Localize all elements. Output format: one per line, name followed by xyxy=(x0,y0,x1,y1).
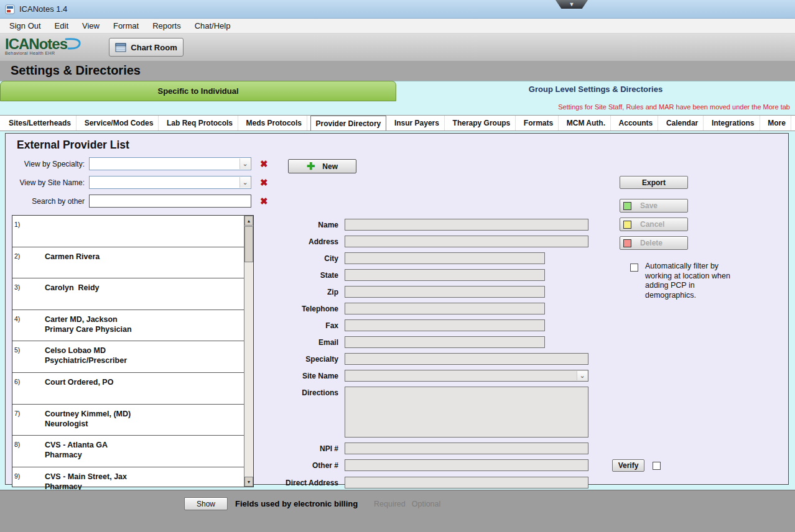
provider-list-item[interactable]: 8)CVS - Atlanta GAPharmacy xyxy=(12,440,244,467)
field-input-email[interactable] xyxy=(345,336,545,348)
provider-list-item[interactable]: 4)Carter MD, JacksonPrimary Care Physici… xyxy=(12,314,244,342)
menu-item-view[interactable]: View xyxy=(75,19,106,32)
provider-name: CVS - Atlanta GA xyxy=(45,440,244,450)
show-button[interactable]: Show xyxy=(184,497,228,510)
provider-list-item[interactable]: 7)Courtney Kimmel, (MD)Neurologist xyxy=(12,409,244,436)
field-label-specialty: Specialty xyxy=(281,353,345,364)
scroll-up-icon[interactable]: ▲ xyxy=(244,216,253,226)
form-row-city: City xyxy=(281,252,692,264)
tab-accounts[interactable]: Accounts xyxy=(614,116,659,131)
filter-dropdown-view-by-site-name[interactable]: ⌄ xyxy=(89,176,251,189)
provider-name: Court Ordered, PO xyxy=(45,377,244,387)
clear-filter-icon[interactable]: ✖ xyxy=(260,158,268,170)
provider-subtitle: Primary Care Physician xyxy=(45,324,244,334)
save-button[interactable]: Save xyxy=(620,199,688,213)
field-dropdown-site-name[interactable]: ⌄ xyxy=(345,370,588,382)
form-row-fax: Fax xyxy=(281,319,692,331)
field-input-name[interactable] xyxy=(345,219,588,231)
export-button[interactable]: Export xyxy=(620,176,688,189)
field-input-telephone[interactable] xyxy=(345,303,545,314)
export-button-label: Export xyxy=(642,178,666,187)
show-button-label: Show xyxy=(197,500,215,508)
provider-list-item[interactable]: 1) xyxy=(12,220,244,247)
field-input-specialty[interactable] xyxy=(345,353,588,365)
tab-formats[interactable]: Formats xyxy=(519,116,559,131)
field-input-zip[interactable] xyxy=(345,286,545,298)
tab-mcm-auth[interactable]: MCM Auth. xyxy=(562,116,611,131)
field-input-npi[interactable] xyxy=(345,443,588,454)
field-input-fax[interactable] xyxy=(345,319,545,331)
provider-subtitle: Pharmacy xyxy=(45,450,244,460)
tab-therapy-groups[interactable]: Therapy Groups xyxy=(448,116,516,131)
moved-settings-notice: Settings for Site Staff, Rules and MAR h… xyxy=(558,103,790,111)
filter-input-search-by-other[interactable] xyxy=(89,195,251,208)
menu-item-format[interactable]: Format xyxy=(106,19,146,32)
tab-sites-letterheads[interactable]: Sites/Letterheads xyxy=(4,116,77,131)
field-label-fax: Fax xyxy=(281,319,345,330)
provider-subtitle: Neurologist xyxy=(45,419,244,429)
chevron-down-icon: ⌄ xyxy=(239,177,250,188)
clear-filter-icon[interactable]: ✖ xyxy=(260,177,268,188)
clear-filter-icon[interactable]: ✖ xyxy=(260,196,268,207)
field-textarea-directions[interactable] xyxy=(345,387,588,438)
provider-name: Carmen Rivera xyxy=(45,252,244,262)
field-label-direct-address: Direct Address xyxy=(281,477,345,487)
menu-item-chat-help[interactable]: Chat/Help xyxy=(188,19,238,32)
filter-controls: View by Specialty:⌄✖View by Site Name:⌄✖… xyxy=(9,157,268,213)
verify-checkbox[interactable] xyxy=(653,462,661,470)
scroll-down-icon[interactable]: ▼ xyxy=(244,477,253,487)
tab-group-level-label: Group Level Settings & Directories xyxy=(529,85,662,94)
tab-specific-to-individual[interactable]: Specific to Individual xyxy=(0,81,396,101)
tab-insur-payers[interactable]: Insur Payers xyxy=(389,116,445,131)
menu-item-edit[interactable]: Edit xyxy=(48,19,75,32)
field-label-npi: NPI # xyxy=(281,443,345,453)
form-row-email: Email xyxy=(281,336,692,348)
field-input-address[interactable] xyxy=(345,236,588,247)
field-input-state[interactable] xyxy=(345,269,545,281)
tab-meds-protocols[interactable]: Meds Protocols xyxy=(241,116,307,131)
provider-list-item[interactable]: 2)Carmen Rivera xyxy=(12,252,244,279)
provider-number: 2) xyxy=(14,252,20,260)
provider-list-item[interactable]: 3)Carolyn Reidy xyxy=(12,283,244,310)
footer-bar: Show Fields used by electronic billing R… xyxy=(0,490,795,532)
form-row-zip: Zip xyxy=(281,286,692,298)
verify-button[interactable]: Verify xyxy=(612,459,644,472)
tab-specific-to-individual-label: Specific to Individual xyxy=(157,86,238,96)
chevron-down-icon: ⌄ xyxy=(239,158,250,169)
field-input-city[interactable] xyxy=(345,252,545,264)
form-row-specialty: Specialty xyxy=(281,353,692,365)
menu-item-reports[interactable]: Reports xyxy=(146,19,188,32)
tab-service-mod-codes[interactable]: Service/Mod Codes xyxy=(80,116,159,131)
page-title: Settings & Directories xyxy=(11,63,141,78)
logo-text: ICANotes xyxy=(5,35,67,53)
tab-more[interactable]: More xyxy=(763,116,791,131)
billing-legend: RequiredOptional xyxy=(374,500,447,508)
tab-calendar[interactable]: Calendar xyxy=(661,116,704,131)
tab-provider-directory[interactable]: Provider Directory xyxy=(310,116,387,131)
provider-name: CVS - Main Street, Jax xyxy=(45,472,244,482)
form-row-telephone: Telephone xyxy=(281,303,692,314)
filter-label-view-by-site-name: View by Site Name: xyxy=(9,178,89,187)
field-label-address: Address xyxy=(281,236,345,246)
provider-number: 7) xyxy=(14,410,20,417)
titlebar-chevron-button[interactable]: ▼ xyxy=(556,0,588,9)
field-input-other[interactable] xyxy=(345,459,588,471)
provider-list-scrollbar[interactable]: ▲ ▼ xyxy=(244,216,253,487)
app-window: ICANotes 1.4 ▼ Sign OutEditViewFormatRep… xyxy=(0,0,795,532)
field-input-direct-address[interactable] xyxy=(345,477,588,488)
new-button-label: New xyxy=(322,162,338,171)
tab-integrations[interactable]: Integrations xyxy=(707,116,760,131)
tab-lab-req-protocols[interactable]: Lab Req Protocols xyxy=(162,116,238,131)
chart-room-button[interactable]: Chart Room xyxy=(109,38,184,57)
tab-group-level-settings[interactable]: Group Level Settings & Directories xyxy=(396,85,795,94)
provider-name: Carter MD, Jackson xyxy=(45,314,244,324)
provider-list-item[interactable]: 5)Celso Lobao MDPsychiatric/Prescriber xyxy=(12,346,244,373)
filter-dropdown-view-by-specialty[interactable]: ⌄ xyxy=(89,157,251,170)
save-icon xyxy=(623,202,631,210)
new-provider-button[interactable]: ✚ New xyxy=(288,159,356,173)
verify-group: Verify xyxy=(612,459,661,472)
provider-number: 9) xyxy=(14,472,20,480)
provider-list-item[interactable]: 6)Court Ordered, PO xyxy=(12,377,244,405)
menu-item-sign-out[interactable]: Sign Out xyxy=(2,19,48,32)
scrollbar-thumb[interactable] xyxy=(244,226,253,262)
